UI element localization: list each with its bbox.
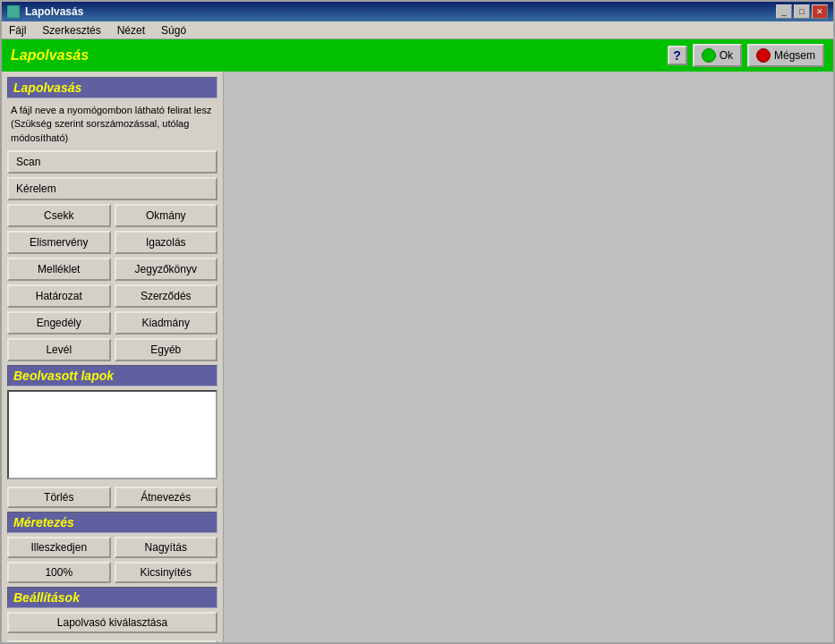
scan-button[interactable]: Scan (7, 150, 217, 174)
zoom-row-1: Illeszkedjen Nagyítás (7, 537, 217, 558)
app-icon (7, 5, 20, 18)
row-level-egyeb: Levél Egyéb (7, 338, 217, 361)
window-title: Lapolvasás (25, 5, 83, 18)
menu-help[interactable]: Súgó (158, 23, 190, 38)
beallitasok-section-title: Beállítások (7, 587, 217, 608)
igazolas-button[interactable]: Igazolás (115, 231, 218, 254)
engedely-button[interactable]: Engedély (7, 311, 111, 335)
csekk-button[interactable]: Csekk (7, 204, 111, 227)
hundred-percent-button[interactable]: 100% (7, 562, 111, 583)
row-elismerveny-igazolas: Elismervény Igazolás (7, 231, 217, 254)
okmany-button[interactable]: Okmány (115, 204, 218, 227)
cancel-button[interactable]: Mégsem (747, 44, 824, 67)
kicsinyites-button[interactable]: Kicsinyítés (115, 562, 218, 583)
szerzodes-button[interactable]: Szerződés (115, 284, 218, 308)
ok-label: Ok (720, 49, 733, 62)
left-panel: Lapolvasás A fájl neve a nyomógombon lát… (2, 72, 224, 642)
kiadvany-button[interactable]: Kiadmány (115, 311, 218, 335)
list-actions: Törlés Átnevezés (7, 487, 217, 508)
row-hatarozat-szerzodes: Határozat Szerződés (7, 284, 217, 308)
red-light-icon (756, 48, 771, 63)
hatarozat-button[interactable]: Határozat (7, 284, 111, 308)
help-button[interactable]: ? (668, 46, 687, 65)
row-csekk-okmany: Csekk Okmány (7, 204, 217, 227)
main-content: Lapolvasás A fájl neve a nyomógombon lát… (2, 72, 833, 642)
scanned-pages-list (7, 390, 217, 479)
ok-button[interactable]: Ok (693, 44, 742, 67)
torles-button[interactable]: Törlés (7, 487, 111, 508)
kerelem-button[interactable]: Kérelem (7, 177, 217, 200)
close-button[interactable]: ✕ (812, 4, 828, 19)
green-light-icon (702, 48, 716, 63)
lapolyvaso-kivalasztasa-button[interactable]: Lapolvasó kiválasztása (7, 612, 217, 633)
minimize-button[interactable]: _ (776, 4, 792, 19)
maximize-button[interactable]: □ (794, 4, 810, 19)
lapolvasas-section-title: Lapolvasás (7, 77, 217, 98)
nagyitas-button[interactable]: Nagyítás (115, 537, 218, 558)
elismerveny-button[interactable]: Elismervény (7, 231, 111, 254)
melleklet-button[interactable]: Melléklet (7, 258, 111, 281)
meretezs-section-title: Méretezés (7, 512, 217, 533)
header-buttons: ? Ok Mégsem (668, 44, 824, 67)
atnevezas-button[interactable]: Átnevezés (115, 487, 218, 508)
level-button[interactable]: Levél (7, 338, 111, 361)
preview-panel (224, 72, 833, 642)
main-window: Lapolvasás _ □ ✕ Fájl Szerkesztés Nézet … (0, 0, 835, 644)
title-bar: Lapolvasás _ □ ✕ (2, 2, 833, 21)
description-text: A fájl neve a nyomógombon látható felira… (7, 102, 217, 147)
title-bar-controls: _ □ ✕ (776, 4, 828, 19)
beolvasott-section-title: Beolvasott lapok (7, 365, 217, 386)
menu-bar: Fájl Szerkesztés Nézet Súgó (2, 21, 833, 39)
egyeb-button[interactable]: Egyéb (115, 338, 218, 361)
zoom-row-2: 100% Kicsinyítés (7, 562, 217, 583)
menu-file[interactable]: Fájl (5, 23, 30, 38)
cancel-label: Mégsem (774, 49, 815, 62)
menu-view[interactable]: Nézet (114, 23, 149, 38)
lapolvasas-beallitasai-button[interactable]: Lapolvasás beállításai (7, 640, 217, 642)
app-header: Lapolvasás ? Ok Mégsem (2, 39, 833, 72)
row-melleklet-jegyzokonyv: Melléklet Jegyzőkönyv (7, 258, 217, 281)
illeszkedjen-button[interactable]: Illeszkedjen (7, 537, 111, 558)
menu-edit[interactable]: Szerkesztés (38, 23, 104, 38)
jegyzokonyv-button[interactable]: Jegyzőkönyv (115, 258, 218, 281)
row-engedely-kiadvany: Engedély Kiadmány (7, 311, 217, 335)
title-bar-left: Lapolvasás (7, 5, 83, 18)
app-title: Lapolvasás (11, 47, 89, 64)
